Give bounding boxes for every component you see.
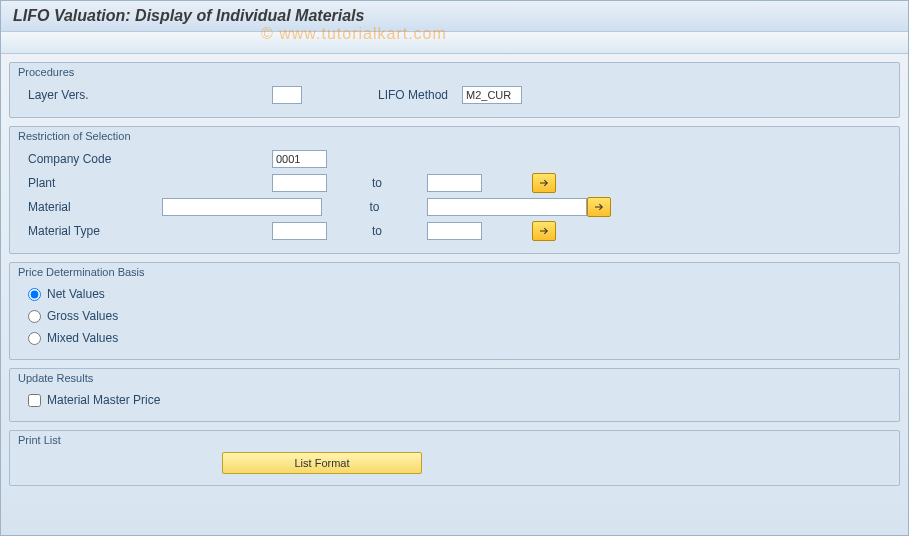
material-multi-select-button[interactable] xyxy=(587,197,611,217)
group-update-results: Update Results Material Master Price xyxy=(9,368,900,422)
toolbar-strip xyxy=(1,32,908,54)
gross-values-label: Gross Values xyxy=(47,309,118,323)
group-legend-procedures: Procedures xyxy=(18,66,74,78)
material-from-input[interactable] xyxy=(162,198,322,216)
group-legend-price-basis: Price Determination Basis xyxy=(18,266,145,278)
arrow-right-icon xyxy=(593,201,605,213)
plant-to-input[interactable] xyxy=(427,174,482,192)
arrow-right-icon xyxy=(538,177,550,189)
material-master-price-label: Material Master Price xyxy=(47,393,160,407)
group-restriction: Restriction of Selection Company Code Pl… xyxy=(9,126,900,254)
page-title: LIFO Valuation: Display of Individual Ma… xyxy=(13,7,364,24)
material-type-to-input[interactable] xyxy=(427,222,482,240)
material-type-label: Material Type xyxy=(22,224,162,238)
lifo-method-input[interactable] xyxy=(462,86,522,104)
group-legend-print: Print List xyxy=(18,434,61,446)
mixed-values-radio[interactable] xyxy=(28,332,41,345)
sap-screen: LIFO Valuation: Display of Individual Ma… xyxy=(0,0,909,536)
net-values-label: Net Values xyxy=(47,287,105,301)
material-type-from-input[interactable] xyxy=(272,222,327,240)
group-price-basis: Price Determination Basis Net Values Gro… xyxy=(9,262,900,360)
material-type-multi-select-button[interactable] xyxy=(532,221,556,241)
plant-to-label: to xyxy=(327,176,427,190)
material-master-price-checkbox[interactable] xyxy=(28,394,41,407)
group-legend-update: Update Results xyxy=(18,372,93,384)
list-format-button[interactable]: List Format xyxy=(222,452,422,474)
group-procedures: Procedures Layer Vers. LIFO Method xyxy=(9,62,900,118)
company-code-label: Company Code xyxy=(22,152,162,166)
layer-vers-input[interactable] xyxy=(272,86,302,104)
group-print-list: Print List List Format xyxy=(9,430,900,486)
mixed-values-label: Mixed Values xyxy=(47,331,118,345)
material-to-input[interactable] xyxy=(427,198,587,216)
material-label: Material xyxy=(22,200,162,214)
layer-vers-label: Layer Vers. xyxy=(22,88,162,102)
material-type-to-label: to xyxy=(327,224,427,238)
arrow-right-icon xyxy=(538,225,550,237)
company-code-input[interactable] xyxy=(272,150,327,168)
lifo-method-label: LIFO Method xyxy=(372,88,462,102)
material-to-label: to xyxy=(322,200,427,214)
title-bar: LIFO Valuation: Display of Individual Ma… xyxy=(1,1,908,32)
net-values-radio[interactable] xyxy=(28,288,41,301)
plant-multi-select-button[interactable] xyxy=(532,173,556,193)
gross-values-radio[interactable] xyxy=(28,310,41,323)
group-legend-restriction: Restriction of Selection xyxy=(18,130,131,142)
content-area: Procedures Layer Vers. LIFO Method Restr… xyxy=(1,54,908,502)
plant-label: Plant xyxy=(22,176,162,190)
plant-from-input[interactable] xyxy=(272,174,327,192)
